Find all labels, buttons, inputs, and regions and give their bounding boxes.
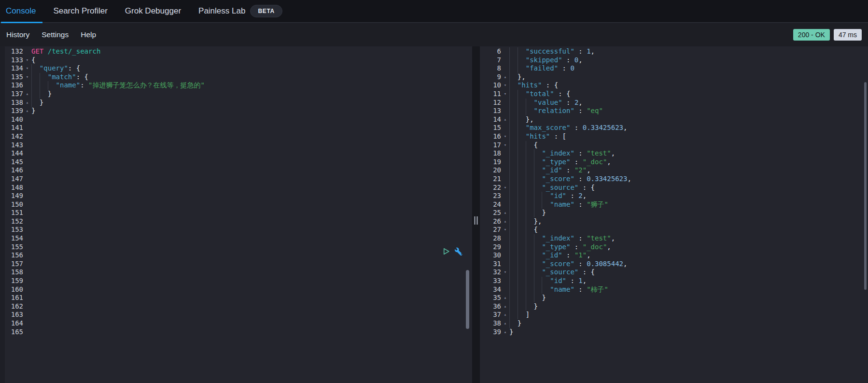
menu-item-help[interactable]: Help <box>81 30 96 39</box>
code-line[interactable]: 159 <box>0 277 472 285</box>
code-text: GET /test/_search <box>31 47 472 56</box>
code-line[interactable]: 141 <box>0 124 472 132</box>
code-text: "skipped" : 0, <box>509 56 868 65</box>
menu-item-history[interactable]: History <box>6 30 29 39</box>
code-line[interactable]: 149 <box>0 192 472 200</box>
code-line[interactable]: 137▴} <box>0 90 472 99</box>
line-number: 38 <box>480 319 501 328</box>
line-number: 28 <box>480 234 501 243</box>
code-line: 7"skipped" : 0, <box>480 56 868 65</box>
fold-close-icon[interactable]: ▴ <box>23 90 31 99</box>
code-line[interactable]: 151 <box>0 209 472 217</box>
code-line[interactable]: 155 <box>0 243 472 252</box>
fold-close-icon[interactable]: ▴ <box>501 302 509 311</box>
fold-open-icon[interactable]: ▾ <box>501 141 509 150</box>
line-number: 18 <box>480 149 501 158</box>
code-text <box>31 251 472 260</box>
fold-spacer <box>23 166 31 175</box>
fold-open-icon[interactable]: ▾ <box>501 132 509 141</box>
fold-open-icon[interactable]: ▾ <box>501 268 509 277</box>
code-line[interactable]: 154 <box>0 234 472 243</box>
fold-open-icon[interactable]: ▾ <box>501 226 509 234</box>
code-line[interactable]: 142 <box>0 132 472 141</box>
tab-console[interactable]: Console <box>6 0 36 23</box>
code-line[interactable]: 143 <box>0 141 472 150</box>
response-scrollbar-thumb[interactable] <box>864 82 867 290</box>
fold-open-icon[interactable]: ▾ <box>501 184 509 192</box>
code-line[interactable]: 148 <box>0 184 472 192</box>
fold-open-icon[interactable]: ▾ <box>23 64 31 73</box>
indent-guides <box>509 124 526 132</box>
fold-close-icon[interactable]: ▴ <box>501 115 509 124</box>
request-options-button[interactable] <box>454 246 464 256</box>
code-text <box>31 141 472 150</box>
code-line[interactable]: 158 <box>0 268 472 277</box>
code-line[interactable]: 133▾{ <box>0 56 472 65</box>
code-line[interactable]: 136"name": "掉进狮子笼怎么办？在线等，挺急的" <box>0 81 472 90</box>
fold-open-icon[interactable]: ▾ <box>23 56 31 65</box>
code-line[interactable]: 164 <box>0 319 472 328</box>
code-line[interactable]: 132GET /test/_search <box>0 47 472 56</box>
code-line[interactable]: 145 <box>0 158 472 167</box>
line-number: 32 <box>480 268 501 277</box>
request-editor-scrollbar-thumb[interactable] <box>466 270 469 329</box>
code-line[interactable]: 156 <box>0 251 472 260</box>
line-number: 134 <box>0 64 23 73</box>
code-line[interactable]: 162 <box>0 302 472 311</box>
fold-close-icon[interactable]: ▴ <box>501 311 509 319</box>
tab-grok-debugger[interactable]: Grok Debugger <box>125 0 181 23</box>
line-number: 142 <box>0 132 23 141</box>
line-number: 157 <box>0 260 23 269</box>
code-line[interactable]: 134▾"query": { <box>0 64 472 73</box>
line-number: 7 <box>480 56 501 65</box>
fold-close-icon[interactable]: ▴ <box>23 107 31 115</box>
code-line[interactable]: 138▴} <box>0 99 472 107</box>
menu-item-settings[interactable]: Settings <box>42 30 69 39</box>
code-line[interactable]: 152 <box>0 217 472 226</box>
code-line[interactable]: 144 <box>0 149 472 158</box>
fold-close-icon[interactable]: ▴ <box>501 319 509 328</box>
fold-close-icon[interactable]: ▴ <box>501 328 509 337</box>
code-line[interactable]: 146 <box>0 166 472 175</box>
code-line[interactable]: 140 <box>0 115 472 124</box>
fold-close-icon[interactable]: ▴ <box>501 73 509 82</box>
code-line[interactable]: 157 <box>0 260 472 269</box>
indent-guides <box>509 115 526 124</box>
code-line: 9▴}, <box>480 73 868 82</box>
fold-open-icon[interactable]: ▾ <box>23 73 31 82</box>
fold-spacer <box>501 64 509 73</box>
code-line[interactable]: 150 <box>0 200 472 209</box>
code-text: } <box>31 107 472 115</box>
fold-close-icon[interactable]: ▴ <box>501 217 509 226</box>
fold-spacer <box>501 166 509 175</box>
fold-close-icon[interactable]: ▴ <box>23 99 31 107</box>
code-line[interactable]: 135▾"match": { <box>0 73 472 82</box>
code-line[interactable]: 163 <box>0 311 472 319</box>
code-line: 6"successful" : 1, <box>480 47 868 56</box>
tab-search-profiler[interactable]: Search Profiler <box>53 0 107 23</box>
code-line[interactable]: 160 <box>0 285 472 294</box>
tab-painless-lab[interactable]: Painless Lab <box>198 0 245 23</box>
panel-resizer[interactable] <box>472 46 480 383</box>
code-line[interactable]: 139▴} <box>0 107 472 115</box>
line-number: 151 <box>0 209 23 217</box>
line-number: 133 <box>0 56 23 65</box>
fold-close-icon[interactable]: ▴ <box>501 294 509 302</box>
line-number: 10 <box>480 81 501 90</box>
fold-open-icon[interactable]: ▾ <box>501 81 509 90</box>
code-line[interactable]: 161 <box>0 294 472 302</box>
indent-guides <box>509 132 526 141</box>
request-editor[interactable]: 132GET /test/_search133▾{134▾"query": {1… <box>0 46 472 383</box>
indent-guides <box>509 192 550 200</box>
code-line[interactable]: 147 <box>0 175 472 184</box>
code-text <box>31 285 472 294</box>
code-line[interactable]: 165 <box>0 328 472 337</box>
fold-open-icon[interactable]: ▾ <box>501 90 509 99</box>
response-viewer[interactable]: 6"successful" : 1,7"skipped" : 0,8"faile… <box>480 46 868 383</box>
code-text: { <box>509 141 868 150</box>
send-request-button[interactable] <box>441 246 451 256</box>
code-text <box>31 226 472 234</box>
code-line[interactable]: 153 <box>0 226 472 234</box>
fold-close-icon[interactable]: ▴ <box>501 209 509 217</box>
beta-badge: BETA <box>250 5 282 17</box>
